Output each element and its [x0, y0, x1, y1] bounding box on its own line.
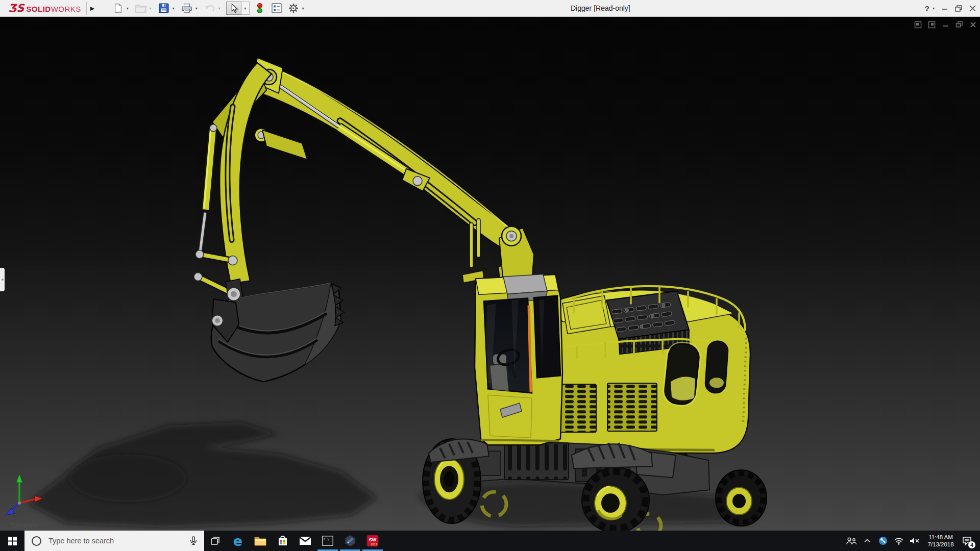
side-vent-grille-right — [607, 383, 657, 431]
roof-equipment-box — [503, 274, 547, 294]
close-button[interactable] — [969, 5, 976, 12]
window-tab-button[interactable] — [927, 20, 936, 29]
mail-icon — [299, 536, 311, 545]
window-title: Digger [Read-only] — [571, 0, 630, 16]
open-button[interactable] — [134, 2, 148, 15]
doc-minimize-button[interactable] — [941, 20, 949, 29]
start-button[interactable] — [0, 531, 24, 551]
solidworks-logo-mark: ƷS — [8, 2, 24, 14]
triad-x-axis — [19, 496, 42, 503]
front-right-wheel — [582, 467, 649, 531]
select-tool-button[interactable] — [226, 2, 241, 15]
cmd-prompt-text: C:\_ — [324, 537, 331, 541]
clock-date: 7/13/2018 — [927, 541, 953, 548]
taskbar-empty-space — [384, 531, 845, 551]
command-prompt-icon: C:\_ — [322, 536, 333, 546]
select-cursor-icon — [229, 3, 238, 13]
solidworks-window: ƷS SOLID WORKS ▶ ▾ ▾ — [0, 0, 980, 551]
options-dropdown[interactable]: ▾ — [300, 2, 306, 15]
tray-app-blue-icon[interactable] — [877, 531, 889, 551]
taskbar-app-edge[interactable]: e — [227, 531, 249, 551]
save-button[interactable] — [157, 2, 170, 15]
new-document-icon — [113, 3, 123, 14]
task-view-icon — [210, 536, 220, 546]
task-view-button[interactable] — [204, 531, 227, 551]
close-icon — [969, 5, 976, 12]
triad-y-axis — [16, 474, 22, 503]
edrawings-hexagon-icon — [344, 535, 356, 547]
print-icon — [181, 3, 192, 13]
action-center-button[interactable]: 4 — [961, 531, 973, 551]
taskbar-app-command-prompt[interactable]: C:\_ — [316, 531, 339, 551]
solidworks-2017-icon: SW 2017 — [366, 535, 379, 547]
solidworks-logo-solid: SOLID — [26, 5, 51, 13]
bucket — [211, 283, 344, 382]
restore-button[interactable] — [955, 5, 962, 12]
window-controls: ? ▾ — [925, 0, 976, 16]
volume-muted-icon[interactable] — [909, 531, 921, 551]
help-button[interactable]: ? — [925, 4, 929, 13]
new-document-dropdown[interactable]: ▾ — [125, 2, 131, 15]
model-scene[interactable] — [0, 17, 980, 531]
save-dropdown[interactable]: ▾ — [170, 2, 177, 15]
system-tray: 11:48 AM 7/13/2018 4 — [845, 531, 980, 551]
tab-grip-dot — [2, 279, 4, 281]
panel-collapse-tab[interactable] — [0, 268, 5, 291]
taskbar-clock[interactable]: 11:48 AM 7/13/2018 — [924, 534, 957, 548]
minimize-icon — [942, 5, 948, 11]
quick-access-toolbar: ▾ ▾ — [111, 2, 310, 15]
taskbar-app-solidworks[interactable]: SW 2017 — [361, 531, 384, 551]
taskbar-app-store[interactable] — [272, 531, 294, 551]
restore-icon — [955, 21, 963, 28]
options-button[interactable] — [287, 2, 300, 15]
view-orientation-label: *Dimetric — [10, 521, 38, 529]
clock-time: 11:48 AM — [928, 534, 953, 541]
people-icon[interactable] — [845, 531, 857, 551]
store-icon — [277, 535, 288, 546]
tray-overflow-chevron-icon[interactable] — [861, 531, 873, 551]
minimize-icon — [942, 21, 949, 28]
new-document-button[interactable] — [111, 2, 125, 15]
select-tool-dropdown[interactable]: ▾ — [241, 2, 250, 15]
notification-badge: 4 — [968, 541, 975, 548]
stick-cylinder — [272, 80, 430, 191]
taskbar-app-file-explorer[interactable] — [249, 531, 272, 551]
title-bar: ƷS SOLID WORKS ▶ ▾ ▾ — [0, 0, 980, 17]
wifi-icon[interactable] — [893, 531, 905, 551]
undo-dropdown[interactable]: ▾ — [216, 2, 223, 15]
print-dropdown[interactable]: ▾ — [193, 2, 200, 15]
orientation-triad — [3, 471, 46, 516]
taskbar-app-edrawings[interactable] — [339, 531, 361, 551]
edge-icon: e — [233, 534, 242, 548]
windows-logo-icon — [8, 537, 17, 545]
undo-button[interactable] — [203, 2, 216, 15]
document-window-controls — [914, 20, 977, 29]
taskbar-search[interactable] — [24, 531, 204, 551]
taskbar-app-mail[interactable] — [294, 531, 316, 551]
open-dropdown[interactable]: ▾ — [148, 2, 154, 15]
undo-icon — [204, 3, 215, 13]
open-folder-icon — [135, 3, 146, 13]
file-properties-button[interactable] — [270, 2, 283, 15]
window-icon — [914, 21, 922, 29]
sw-icon-year: 2017 — [371, 543, 377, 546]
print-button[interactable] — [180, 2, 193, 15]
new-window-button[interactable] — [914, 20, 922, 29]
graphics-viewport[interactable]: *Dimetric — [0, 17, 980, 531]
minimize-button[interactable] — [942, 5, 948, 11]
gear-icon — [288, 3, 299, 13]
window-icon — [928, 21, 936, 29]
traffic-light-icon — [257, 3, 263, 14]
menu-flyout-arrow[interactable]: ▶ — [86, 2, 98, 15]
solidworks-logo: ƷS SOLID WORKS — [0, 2, 86, 14]
search-input[interactable] — [47, 536, 183, 545]
doc-restore-button[interactable] — [955, 20, 963, 29]
solidworks-logo-works: WORKS — [51, 5, 81, 13]
doc-close-button[interactable] — [969, 20, 977, 29]
restore-icon — [955, 5, 962, 12]
cab-side-window — [534, 295, 560, 378]
help-dropdown[interactable]: ▾ — [933, 6, 935, 11]
bucket-cylinder — [200, 124, 217, 257]
rebuild-button[interactable] — [253, 2, 266, 15]
microphone-icon[interactable] — [189, 536, 198, 546]
